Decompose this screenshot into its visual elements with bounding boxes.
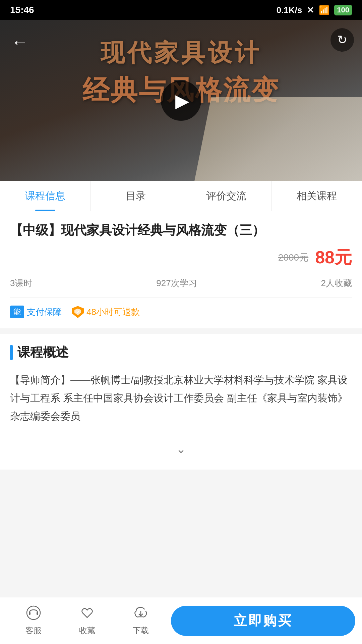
- refresh-button[interactable]: ↻: [330, 28, 354, 52]
- refund-badge-label: 48小时可退款: [86, 306, 140, 318]
- video-title-line1: 现代家具设计: [0, 37, 362, 69]
- shield-icon: [72, 306, 84, 318]
- svg-rect-2: [37, 612, 38, 615]
- section-bar-indicator: [10, 345, 13, 360]
- current-price: 88元: [315, 246, 352, 269]
- collect-icon: [80, 605, 95, 623]
- tab-course-info[interactable]: 课程信息: [0, 181, 90, 211]
- wifi-icon: 📶: [319, 5, 329, 15]
- tab-related[interactable]: 相关课程: [272, 181, 362, 211]
- payment-badge: 能 支付保障: [10, 306, 62, 318]
- svg-rect-1: [29, 612, 31, 615]
- lessons-count: 3课时: [10, 277, 32, 289]
- refund-badge: 48小时可退款: [72, 306, 140, 318]
- signal-icon: ✕: [307, 5, 314, 15]
- original-price: 2000元: [278, 251, 308, 264]
- chevron-down-icon: ⌄: [176, 442, 186, 456]
- overview-description: 【导师简介】——张帆博士/副教授北京林业大学材料科学与技术学院 家具设计与工程系…: [10, 371, 352, 425]
- payment-badge-label: 支付保障: [27, 306, 62, 318]
- status-right: 0.1K/s ✕ 📶 100: [277, 5, 352, 15]
- buy-now-label: 立即购买: [234, 611, 293, 630]
- collect-button[interactable]: 收藏: [60, 605, 114, 636]
- course-title: 【中级】现代家具设计经典与风格流变（三）: [10, 221, 352, 239]
- payment-badge-icon: 能: [10, 306, 24, 318]
- network-speed: 0.1K/s: [277, 5, 302, 15]
- refresh-icon: ↻: [337, 33, 347, 47]
- tab-bar: 课程信息 目录 评价交流 相关课程: [0, 181, 362, 211]
- play-icon: ▶: [175, 90, 189, 111]
- customer-service-label: 客服: [25, 625, 42, 636]
- buy-now-button[interactable]: 立即购买: [171, 606, 355, 636]
- collect-count: 2人收藏: [321, 277, 352, 289]
- bottom-spacer: [0, 470, 362, 523]
- study-count: 927次学习: [156, 277, 197, 289]
- back-button[interactable]: ←: [8, 30, 32, 54]
- bottom-bar: 客服 收藏 下载 立即购买: [0, 597, 362, 644]
- play-button[interactable]: ▶: [161, 80, 201, 121]
- section-header: 课程概述: [10, 344, 352, 361]
- stats-row: 3课时 927次学习 2人收藏: [10, 277, 352, 298]
- course-content: 【中级】现代家具设计经典与风格流变（三） 2000元 88元 3课时 927次学…: [0, 211, 362, 328]
- overview-section: 课程概述 【导师简介】——张帆博士/副教授北京林业大学材料科学与技术学院 家具设…: [0, 334, 362, 470]
- video-player[interactable]: 现代家具设计 经典与风格流变 ← ↻ ▶: [0, 20, 362, 181]
- battery-indicator: 100: [334, 5, 352, 15]
- status-bar: 15:46 0.1K/s ✕ 📶 100: [0, 0, 362, 20]
- customer-service-icon: [26, 605, 41, 623]
- price-row: 2000元 88元: [10, 246, 352, 269]
- download-button[interactable]: 下载: [114, 605, 168, 636]
- back-icon: ←: [11, 33, 28, 51]
- download-icon: [133, 605, 148, 623]
- video-bg-decoration: [194, 97, 362, 181]
- tab-review[interactable]: 评价交流: [181, 181, 272, 211]
- section-divider: [0, 328, 362, 334]
- badges-row: 能 支付保障 48小时可退款: [10, 306, 352, 322]
- customer-service-button[interactable]: 客服: [7, 605, 60, 636]
- collect-label: 收藏: [79, 625, 95, 636]
- download-label: 下载: [133, 625, 149, 636]
- expand-button[interactable]: ⌄: [10, 435, 352, 460]
- overview-title: 课程概述: [17, 344, 68, 361]
- status-time: 15:46: [10, 5, 34, 15]
- tab-catalog[interactable]: 目录: [90, 181, 181, 211]
